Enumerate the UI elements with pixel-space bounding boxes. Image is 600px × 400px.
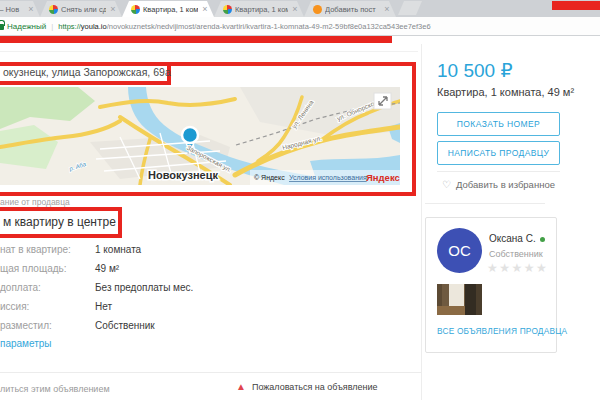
annotation-redaction-top-right bbox=[552, 1, 600, 10]
seller-name-text: Оксана С. bbox=[489, 233, 536, 244]
rating-stars bbox=[487, 261, 548, 275]
param-value: Нет bbox=[95, 301, 112, 312]
yandex-logo: Яндекс bbox=[366, 172, 400, 183]
lock-icon bbox=[0, 24, 4, 30]
param-value: Собственник bbox=[95, 320, 155, 331]
seller-name: Оксана С. bbox=[489, 233, 545, 244]
address-bar[interactable]: Надежный | https://youla.io/novokuznetsk… bbox=[0, 17, 600, 36]
param-value: 49 м² bbox=[95, 263, 119, 274]
youla-favicon-icon bbox=[49, 5, 58, 14]
report-link[interactable]: Пожаловаться на объявление bbox=[236, 382, 378, 392]
description-section-label: ание от продавца bbox=[0, 197, 70, 207]
tab-3-active[interactable]: Квартира, 1 комната, 49 bbox=[122, 1, 214, 17]
url-domain: youla.io bbox=[81, 22, 107, 31]
divider bbox=[0, 372, 421, 373]
security-chip[interactable]: Надежный bbox=[7, 22, 46, 31]
tab-label: — Нов bbox=[0, 5, 24, 14]
price: 10 500 ₽ bbox=[437, 59, 512, 82]
tab-label: Снять или сдать кварти bbox=[61, 5, 106, 14]
browser-window: — Нов Снять или сдать кварти Квартира, 1… bbox=[0, 0, 600, 400]
star-icon bbox=[487, 261, 499, 275]
heart-icon bbox=[442, 180, 451, 190]
param-label: щая площадь: bbox=[0, 263, 67, 274]
tab-1[interactable]: — Нов bbox=[0, 1, 40, 17]
favorite-label: Добавить в избранное bbox=[456, 179, 555, 190]
star-icon bbox=[512, 261, 524, 275]
url-path: /novokuznetsk/nedvijimost/arenda-kvartir… bbox=[107, 22, 431, 31]
star-icon bbox=[536, 261, 548, 275]
tab-label: Квартира, 1 комната, 3 bbox=[235, 5, 288, 14]
add-to-favorites-button[interactable]: Добавить в избранное bbox=[437, 179, 560, 190]
new-tab-button[interactable] bbox=[398, 1, 422, 15]
url-scheme: https:// bbox=[58, 22, 81, 31]
map-attribution: © Яндекс bbox=[254, 174, 285, 182]
column-divider bbox=[421, 44, 422, 400]
all-params-link[interactable]: параметры bbox=[0, 338, 52, 349]
online-status-icon bbox=[540, 237, 545, 242]
param-label: разместил: bbox=[0, 320, 52, 331]
annotation-redaction-header bbox=[0, 36, 392, 43]
tab-2[interactable]: Снять или сдать кварти bbox=[40, 1, 122, 17]
report-label: Пожаловаться на объявление bbox=[252, 382, 378, 392]
tab-close-icon[interactable] bbox=[201, 5, 209, 13]
tab-close-icon[interactable] bbox=[109, 5, 117, 13]
seller-type: Собственник bbox=[489, 249, 543, 259]
seller-card: ОС Оксана С. Собственник ВСЕ ОБЪЯВЛЕНИЯ … bbox=[425, 217, 557, 353]
youla-favicon-icon bbox=[131, 5, 140, 14]
tab-close-icon[interactable] bbox=[383, 5, 391, 13]
post-favicon-icon bbox=[313, 5, 322, 14]
write-seller-button[interactable]: НАПИСАТЬ ПРОДАВЦУ bbox=[437, 141, 560, 165]
tab-5[interactable]: Добавить пост bbox=[304, 1, 396, 17]
all-seller-ads-link[interactable]: ВСЕ ОБЪЯВЛЕНИЯ ПРОДАВЦА bbox=[437, 326, 567, 336]
tab-4[interactable]: Квартира, 1 комната, 3 bbox=[214, 1, 304, 17]
tab-label: Квартира, 1 комната, 49 bbox=[143, 5, 198, 14]
listing-address: окузнецк, улица Запорожская, 69а bbox=[3, 66, 171, 78]
tab-bar: — Нов Снять или сдать кварти Квартира, 1… bbox=[0, 0, 600, 17]
listing-title: м квартиру в центре bbox=[3, 215, 116, 229]
param-label: доплата: bbox=[0, 282, 41, 293]
map-terms-link[interactable]: Условия использования bbox=[289, 174, 367, 181]
star-icon bbox=[524, 261, 536, 275]
map-expand-button[interactable] bbox=[374, 93, 391, 109]
listing-subtitle: Квартира, 1 комната, 49 м² bbox=[437, 86, 574, 98]
avatar: ОС bbox=[437, 228, 482, 273]
url-text[interactable]: https://youla.io/novokuznetsk/nedvijimos… bbox=[58, 22, 430, 31]
param-value: Без предоплаты мес. bbox=[95, 282, 193, 293]
tab-close-icon[interactable] bbox=[291, 5, 299, 13]
param-label: нат в квартире: bbox=[0, 244, 71, 255]
param-label: иссия: bbox=[0, 301, 29, 312]
star-icon bbox=[499, 261, 511, 275]
map[interactable]: Новокузнецк Запорожская ул. Народная ул.… bbox=[0, 87, 400, 185]
youla-favicon-icon bbox=[223, 5, 232, 14]
chip-separator: | bbox=[51, 22, 53, 31]
warning-triangle-icon bbox=[236, 382, 246, 392]
listing-thumbnail[interactable] bbox=[437, 284, 482, 315]
divider bbox=[437, 171, 560, 172]
header-divider bbox=[0, 51, 418, 52]
tab-label: Добавить пост bbox=[325, 5, 380, 14]
tab-close-icon[interactable] bbox=[27, 5, 35, 13]
map-city-label: Новокузнецк bbox=[148, 169, 218, 181]
share-section-label: литься этим объявлением bbox=[0, 384, 110, 394]
divider bbox=[425, 203, 545, 204]
param-value: 1 комната bbox=[95, 244, 141, 255]
show-number-button[interactable]: ПОКАЗАТЬ НОМЕР bbox=[437, 112, 560, 136]
